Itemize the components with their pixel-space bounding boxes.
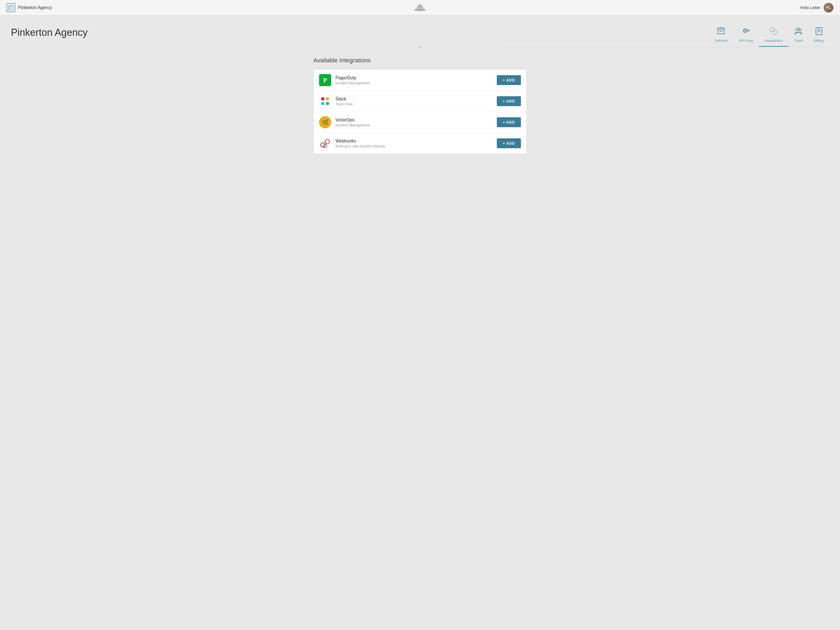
topbar-right: Felix Leiter FL — [801, 3, 834, 13]
webhooks-add-button[interactable]: + ADD — [497, 138, 521, 148]
victorops-name: VictorOps — [336, 118, 370, 123]
tab-snitches-label: Snitches — [714, 39, 728, 43]
victorops-logo: 🌿 — [319, 116, 331, 128]
tab-billing-label: Billing — [814, 39, 824, 43]
topbar-center — [414, 2, 426, 13]
victorops-info: VictorOps Incident Management — [336, 118, 370, 127]
app-logo-icon — [6, 3, 15, 12]
content-section: Available Integrations P PagerDuty Incid… — [313, 57, 527, 154]
pagerduty-name: PagerDuty — [336, 76, 370, 81]
webhooks-name: Webhooks — [336, 139, 385, 144]
svg-rect-27 — [321, 97, 324, 100]
integration-left-slack: Slack Team Chat — [319, 95, 353, 107]
svg-point-13 — [744, 30, 746, 32]
pagerduty-info: PagerDuty Incident Management — [336, 76, 370, 85]
integration-left-victorops: 🌿 VictorOps Incident Management — [319, 116, 370, 128]
page-title: Pinkerton Agency — [11, 24, 87, 38]
tab-team[interactable]: Team — [788, 24, 808, 47]
nav-tabs: Snitches API Keys — [709, 24, 829, 47]
integration-item-slack: Slack Team Chat + ADD — [314, 91, 526, 112]
section-title: Available Integrations — [313, 57, 527, 64]
slack-info: Slack Team Chat — [336, 96, 353, 106]
team-icon — [794, 26, 803, 37]
integration-left-pagerduty: P PagerDuty Incident Management — [319, 74, 370, 86]
integrations-icon — [769, 26, 778, 37]
topbar-company-name: Pinkerton Agency — [18, 5, 52, 10]
integration-item-pagerduty: P PagerDuty Incident Management + ADD — [314, 70, 526, 91]
tab-api-keys[interactable]: API Keys — [733, 24, 759, 47]
snitches-icon — [717, 26, 726, 37]
tab-billing[interactable]: $ Billing — [808, 24, 829, 47]
slack-name: Slack — [336, 96, 353, 101]
pagerduty-desc: Incident Management — [336, 81, 370, 85]
page-header: Pinkerton Agency Snitch — [11, 24, 829, 47]
svg-point-12 — [743, 29, 747, 33]
svg-text:🌿: 🌿 — [322, 119, 329, 126]
webhooks-info: Webhooks Build your own Custom Alerting — [336, 139, 385, 148]
page-divider — [11, 47, 829, 47]
webhooks-desc: Build your own Custom Alerting — [336, 144, 385, 148]
pagerduty-add-button[interactable]: + ADD — [497, 75, 521, 85]
victorops-add-button[interactable]: + ADD — [497, 117, 521, 127]
webhooks-logo — [319, 137, 331, 149]
svg-point-33 — [321, 143, 325, 147]
integration-left-webhooks: Webhooks Build your own Custom Alerting — [319, 137, 385, 149]
main-content: Pinkerton Agency Snitch — [0, 15, 840, 154]
billing-icon: $ — [814, 26, 824, 37]
integration-item-webhooks: Webhooks Build your own Custom Alerting … — [314, 133, 526, 154]
slack-logo — [319, 95, 331, 107]
topbar-left: Pinkerton Agency — [6, 3, 52, 12]
svg-point-4 — [418, 5, 422, 6]
svg-rect-30 — [326, 102, 329, 105]
username-label: Felix Leiter — [801, 5, 820, 10]
slack-desc: Team Chat — [336, 102, 353, 106]
tab-snitches[interactable]: Snitches — [709, 24, 733, 47]
pagerduty-logo: P — [319, 74, 331, 86]
hat-icon — [414, 2, 426, 12]
svg-rect-5 — [718, 28, 724, 34]
api-keys-icon — [742, 26, 751, 37]
svg-rect-29 — [321, 102, 324, 105]
tab-integrations-label: Integrations — [764, 39, 783, 43]
user-avatar[interactable]: FL — [824, 3, 834, 13]
svg-point-34 — [325, 139, 330, 144]
tab-team-label: Team — [794, 39, 803, 43]
topbar: Pinkerton Agency Felix Leiter FL — [0, 0, 840, 15]
integration-list: P PagerDuty Incident Management + ADD — [313, 69, 527, 154]
slack-add-button[interactable]: + ADD — [497, 96, 521, 106]
svg-text:$: $ — [818, 27, 819, 30]
tab-integrations[interactable]: Integrations — [759, 24, 788, 47]
integration-item-victorops: 🌿 VictorOps Incident Management + ADD — [314, 112, 526, 133]
svg-rect-0 — [9, 5, 13, 10]
svg-point-17 — [770, 27, 774, 32]
svg-line-9 — [721, 27, 721, 28]
tab-api-keys-label: API Keys — [739, 39, 753, 43]
victorops-desc: Incident Management — [336, 123, 370, 127]
svg-rect-28 — [326, 97, 329, 100]
svg-point-18 — [773, 30, 777, 35]
